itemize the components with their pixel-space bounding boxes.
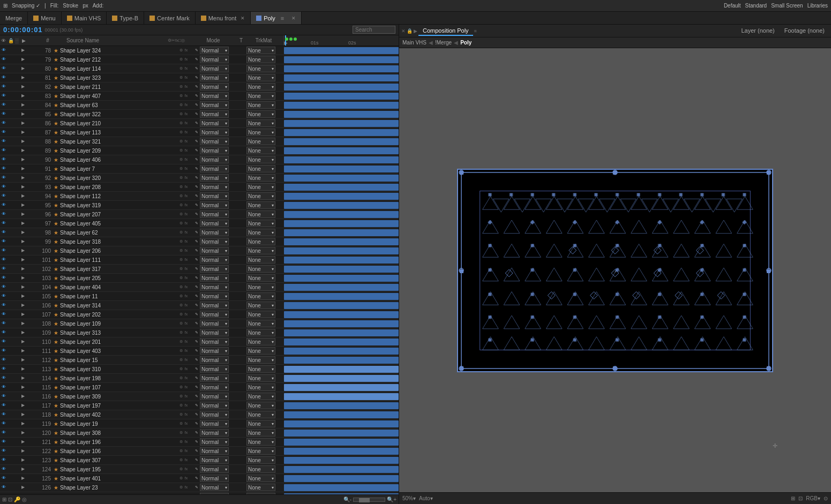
layer-expand-icon[interactable]: ▶ <box>20 430 26 436</box>
layer-mode-select[interactable]: Normal▾ <box>200 47 229 54</box>
layer-expand-icon[interactable]: ▶ <box>20 403 26 409</box>
layer-trkmat-select[interactable]: None▾ <box>246 274 275 282</box>
layer-trkmat-select[interactable]: None▾ <box>246 338 275 345</box>
layer-ctrl-pen[interactable]: ✎ <box>195 48 200 53</box>
layer-ctrl-pen[interactable]: ✎ <box>195 321 200 326</box>
breadcrumb-poly[interactable]: Poly <box>460 40 471 46</box>
layer-trkmat-select[interactable]: None▾ <box>246 238 275 245</box>
viewer-zoom-level[interactable]: 50%▾ <box>402 495 416 501</box>
layer-star[interactable]: ★ <box>53 202 59 208</box>
track-bar[interactable] <box>284 211 399 218</box>
track-bar[interactable] <box>284 74 399 81</box>
layer-row[interactable]: 👁 ▶ 124 ★ Shape Layer 195 ⚙ fx ✎ Normal▾ <box>0 465 284 474</box>
layer-visibility-icon[interactable]: 👁 <box>1 93 7 99</box>
layer-mode-select[interactable]: Normal▾ <box>200 347 229 355</box>
layer-visibility-icon[interactable]: 👁 <box>1 184 7 190</box>
layer-trkmat-select[interactable]: None▾ <box>246 383 275 391</box>
layer-star[interactable]: ★ <box>53 93 59 99</box>
track-bar[interactable] <box>284 311 399 318</box>
layer-lock-icon[interactable] <box>14 66 20 72</box>
layer-star[interactable]: ★ <box>53 193 59 199</box>
track-bar[interactable] <box>284 220 399 227</box>
layer-star[interactable]: ★ <box>53 239 59 245</box>
tab-poly-close[interactable]: ✕ <box>291 16 296 21</box>
layer-trkmat-select[interactable]: None▾ <box>246 402 275 409</box>
layer-star[interactable]: ★ <box>53 312 59 318</box>
layer-visibility-icon[interactable]: 👁 <box>1 57 7 63</box>
layer-expand-icon[interactable]: ▶ <box>20 303 26 309</box>
layer-mode-select[interactable]: Normal▾ <box>200 156 229 163</box>
layer-visibility-icon[interactable]: 👁 <box>1 230 7 236</box>
timeline-bottom-icon-2[interactable]: ⊡ <box>8 497 12 502</box>
layer-star[interactable]: ★ <box>53 275 59 281</box>
layer-ctrl-pen[interactable]: ✎ <box>195 358 200 363</box>
layer-mode-select[interactable]: Normal▾ <box>200 229 229 236</box>
layer-expand-icon[interactable]: ▶ <box>20 166 26 172</box>
layer-ctrl-pen[interactable]: ✎ <box>195 458 200 463</box>
layer-ctrl-pen[interactable]: ✎ <box>195 221 200 226</box>
layer-trkmat-select[interactable]: None▾ <box>246 320 275 327</box>
layer-star[interactable]: ★ <box>53 412 59 418</box>
layer-trkmat-select[interactable]: None▾ <box>246 484 275 491</box>
layer-trkmat-select[interactable]: None▾ <box>246 129 275 136</box>
layer-lock-icon[interactable] <box>14 366 20 372</box>
layer-ctrl-pen[interactable]: ✎ <box>195 121 200 126</box>
layer-trkmat-select[interactable]: None▾ <box>246 311 275 318</box>
layer-star[interactable]: ★ <box>53 75 59 81</box>
track-bar[interactable] <box>284 275 399 282</box>
layer-visibility-icon[interactable]: 👁 <box>1 403 7 409</box>
layer-expand-icon[interactable]: ▶ <box>20 221 26 227</box>
layer-ctrl-pen[interactable]: ✎ <box>195 157 200 162</box>
layer-star[interactable]: ★ <box>53 430 59 436</box>
track-bar[interactable] <box>284 156 399 163</box>
layer-visibility-icon[interactable]: 👁 <box>1 75 7 81</box>
layer-ctrl-pen[interactable]: ✎ <box>195 431 200 435</box>
layer-star[interactable]: ★ <box>53 111 59 117</box>
layer-star[interactable]: ★ <box>53 175 59 181</box>
layer-mode-select[interactable]: Normal▾ <box>200 484 229 491</box>
layer-lock-icon[interactable] <box>14 275 20 281</box>
layer-star[interactable]: ★ <box>53 467 59 472</box>
layer-lock-icon[interactable] <box>14 266 20 272</box>
layer-ctrl-pen[interactable]: ✎ <box>195 148 200 153</box>
layer-mode-select[interactable]: Normal▾ <box>200 192 229 200</box>
layer-mode-select[interactable]: Normal▾ <box>200 119 229 127</box>
layer-row[interactable]: 👁 ▶ 84 ★ Shape Layer 63 ⚙ fx ✎ Normal▾ <box>0 101 284 110</box>
track-bar[interactable] <box>284 393 399 400</box>
layer-visibility-icon[interactable]: 👁 <box>1 193 7 199</box>
layer-row[interactable]: 👁 ▶ 106 ★ Shape Layer 314 ⚙ fx ✎ Normal▾ <box>0 301 284 310</box>
layer-expand-icon[interactable]: ▶ <box>20 48 26 54</box>
layer-row[interactable]: 👁 ▶ 97 ★ Shape Layer 405 ⚙ fx ✎ Normal▾ <box>0 219 284 228</box>
layer-lock-icon[interactable] <box>14 130 20 136</box>
layer-row[interactable]: 👁 ▶ 103 ★ Shape Layer 205 ⚙ fx ✎ Normal▾ <box>0 274 284 283</box>
track-bar[interactable] <box>284 484 399 491</box>
layer-mode-select[interactable]: Normal▾ <box>200 374 229 382</box>
layer-expand-icon[interactable]: ▶ <box>20 57 26 63</box>
track-bar[interactable] <box>284 430 399 437</box>
layer-trkmat-select[interactable]: None▾ <box>246 374 275 382</box>
layer-lock-icon[interactable] <box>14 321 20 327</box>
layer-row[interactable]: 👁 ▶ 88 ★ Shape Layer 321 ⚙ fx ✎ Normal▾ <box>0 137 284 146</box>
layer-mode-select[interactable]: Normal▾ <box>200 220 229 227</box>
layer-star[interactable]: ★ <box>53 403 59 409</box>
layer-mode-select[interactable]: Normal▾ <box>200 256 229 264</box>
track-bar[interactable] <box>284 402 399 409</box>
layer-visibility-icon[interactable]: 👁 <box>1 157 7 163</box>
layer-lock-icon[interactable] <box>14 394 20 400</box>
layer-visibility-icon[interactable]: 👁 <box>1 148 7 154</box>
layer-expand-icon[interactable]: ▶ <box>20 75 26 81</box>
track-bar[interactable] <box>284 348 399 355</box>
layer-expand-icon[interactable]: ▶ <box>20 348 26 354</box>
layer-star[interactable]: ★ <box>53 284 59 290</box>
layer-star[interactable]: ★ <box>53 266 59 272</box>
layer-trkmat-select[interactable]: None▾ <box>246 247 275 254</box>
layer-row[interactable]: 👁 ▶ 102 ★ Shape Layer 317 ⚙ fx ✎ Normal▾ <box>0 265 284 274</box>
layer-row[interactable]: 👁 ▶ 80 ★ Shape Layer 114 ⚙ fx ✎ Normal▾ <box>0 64 284 73</box>
layer-lock-icon[interactable] <box>14 375 20 381</box>
layer-visibility-icon[interactable]: 👁 <box>1 239 7 245</box>
layer-row[interactable]: 👁 ▶ 100 ★ Shape Layer 206 ⚙ fx ✎ Normal▾ <box>0 246 284 255</box>
layer-trkmat-select[interactable]: None▾ <box>246 220 275 227</box>
layer-ctrl-pen[interactable]: ✎ <box>195 330 200 335</box>
layer-mode-select[interactable]: Normal▾ <box>200 174 229 182</box>
layer-trkmat-select[interactable]: None▾ <box>246 74 275 81</box>
